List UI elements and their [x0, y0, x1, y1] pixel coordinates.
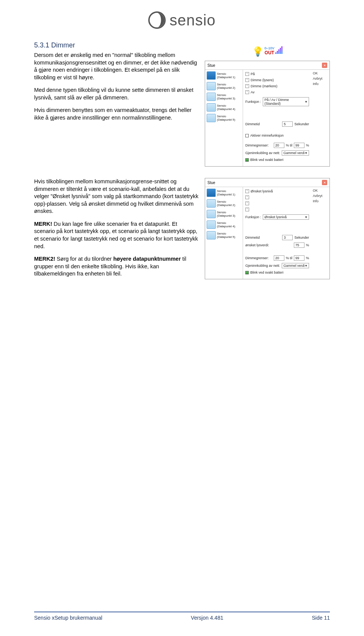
- dialog-stue-2: Stue ✕ Sensio (Datapunkt 1) Sensio (Data…: [205, 178, 330, 279]
- chevron-down-icon[interactable]: ˅: [245, 84, 249, 88]
- gjen-label: Gjeninnkobling av nett:: [245, 264, 280, 268]
- out-label: OUT: [265, 50, 274, 55]
- dialog-title: Stue: [207, 181, 215, 185]
- device-label: Sensio (Datapunkt 1): [217, 72, 241, 79]
- chevron-down-icon[interactable]: ˅: [245, 90, 249, 94]
- footer-right: Side 11: [312, 615, 330, 621]
- top-icon-strip: 💡 0–10V OUT: [205, 46, 330, 57]
- chevron-up-icon[interactable]: ˄: [245, 78, 249, 82]
- device-label: Sensio (Datapunkt 4): [217, 221, 241, 228]
- blink-label: Blink ved svakt batteri: [250, 158, 284, 162]
- chevron-down-icon[interactable]: ˅: [245, 202, 249, 205]
- blink-label: Blink ved svakt batteri: [250, 271, 284, 274]
- funksjon-label: Funksjon :: [245, 100, 261, 104]
- option-label: På: [251, 72, 255, 76]
- dimmetid-unit: Sekunder: [294, 236, 309, 239]
- device-label: Sensio (Datapunkt 2): [217, 200, 241, 207]
- range-lo-input[interactable]: 20: [274, 143, 284, 148]
- lysverdi-label: ønsket lysverdi:: [245, 243, 269, 247]
- dimmetid-label: Dimmetid: [245, 122, 260, 126]
- device-icon[interactable]: [207, 189, 216, 197]
- info-button[interactable]: Info: [313, 82, 328, 86]
- blink-checkbox[interactable]: [245, 158, 249, 162]
- device-icon[interactable]: [207, 210, 216, 218]
- logo-mark-icon: [148, 11, 166, 29]
- brand-text: sensio: [169, 12, 216, 29]
- paragraph: Dersom det er ønskelig med en "normal" t…: [34, 52, 199, 81]
- device-icon[interactable]: [207, 71, 216, 80]
- option-label: Ønsket lysnivå: [251, 189, 273, 193]
- chevron-up-icon[interactable]: ˄: [245, 72, 249, 76]
- range-lo-input[interactable]: 20: [274, 255, 284, 261]
- funksjon-select[interactable]: På / Av / Dimme (Standard)▾: [263, 97, 309, 106]
- device-icon[interactable]: [207, 114, 216, 122]
- device-label: Sensio (Datapunkt 2): [217, 83, 241, 90]
- gjen-label: Gjeninnkobling av nett:: [245, 151, 280, 155]
- dialog-stue-1: Stue ✕ Sensio (Datapunkt 1) Sensio (Data…: [205, 61, 330, 167]
- device-icon[interactable]: [207, 199, 216, 208]
- blink-checkbox[interactable]: [245, 271, 249, 274]
- device-label: Sensio (Datapunkt 1): [217, 189, 241, 196]
- volt-label: 0–10V: [264, 46, 274, 50]
- gjen-select[interactable]: Gammel verdi▾: [282, 263, 309, 268]
- gjen-select[interactable]: Gammel verdi▾: [282, 150, 309, 156]
- bulb-icon: 💡: [252, 46, 264, 57]
- chevron-up-icon[interactable]: ˄: [245, 195, 249, 199]
- paragraph: Hvis dimmeren benyttes som en varmeaktua…: [34, 107, 199, 121]
- cancel-button[interactable]: Avbryt: [313, 194, 328, 198]
- range-label: Dimmegrenser:: [245, 143, 269, 147]
- device-label: Sensio (Datapunkt 3): [217, 211, 241, 217]
- lysverdi-input[interactable]: 75: [294, 242, 304, 248]
- device-icon[interactable]: [207, 231, 216, 239]
- device-icon[interactable]: [207, 220, 216, 229]
- paragraph: Med denne typen tilkobling vil du kunne …: [34, 87, 199, 101]
- device-icon[interactable]: [207, 93, 216, 101]
- dimmetid-input[interactable]: 3: [282, 235, 293, 240]
- device-label: Sensio (Datapunkt 5): [217, 232, 241, 239]
- page-footer: Sensio xSetup brukermanual Versjon 4.481…: [34, 611, 330, 621]
- paragraph: Hvis tilkoblingen mellom kommunikasjonsg…: [34, 178, 199, 215]
- close-icon[interactable]: ✕: [322, 63, 327, 68]
- funksjon-label: Funksjon :: [245, 215, 261, 219]
- signal-bars-icon: [275, 46, 282, 54]
- close-icon[interactable]: ✕: [322, 180, 327, 185]
- ok-button[interactable]: OK: [313, 189, 328, 192]
- option-label: Dimme (lysere): [251, 78, 274, 82]
- footer-left: Sensio xSetup brukermanual: [34, 615, 102, 621]
- option-label: Dimme (mørkere): [251, 84, 278, 88]
- range-hi-input[interactable]: 99: [294, 255, 304, 261]
- cancel-button[interactable]: Avbryt: [313, 77, 328, 80]
- device-label: Sensio (Datapunkt 4): [217, 104, 241, 111]
- device-label: Sensio (Datapunkt 5): [217, 115, 241, 121]
- device-icon[interactable]: [207, 82, 216, 90]
- range-hi-input[interactable]: 99: [294, 143, 304, 148]
- mem-checkbox[interactable]: [245, 134, 249, 137]
- chevron-up-icon[interactable]: ˄: [245, 189, 249, 193]
- dimmetid-unit: Sekunder: [294, 122, 309, 126]
- option-label: Av: [251, 90, 254, 94]
- funksjon-select[interactable]: Ønsket lysnivå▾: [263, 214, 309, 220]
- footer-center: Versjon 4.481: [191, 615, 223, 621]
- device-icon[interactable]: [207, 103, 216, 112]
- dimmetid-label: Dimmetid: [245, 236, 260, 239]
- ok-button[interactable]: OK: [313, 71, 328, 75]
- paragraph: MERK! Du kan lage fire ulike scenarier f…: [34, 220, 199, 250]
- dialog-title: Stue: [207, 63, 215, 68]
- chevron-down-icon[interactable]: ˅: [245, 208, 249, 211]
- brand-logo: sensio: [34, 11, 330, 30]
- info-button[interactable]: Info: [313, 199, 328, 203]
- device-label: Sensio (Datapunkt 3): [217, 93, 241, 100]
- paragraph: MERK2! Sørg for at du tilordner høyere d…: [34, 255, 199, 278]
- dimmetid-input[interactable]: 5: [282, 121, 293, 127]
- range-label: Dimmegrenser:: [245, 256, 269, 260]
- mem-label: Aktiver minnefunksjon: [250, 134, 284, 137]
